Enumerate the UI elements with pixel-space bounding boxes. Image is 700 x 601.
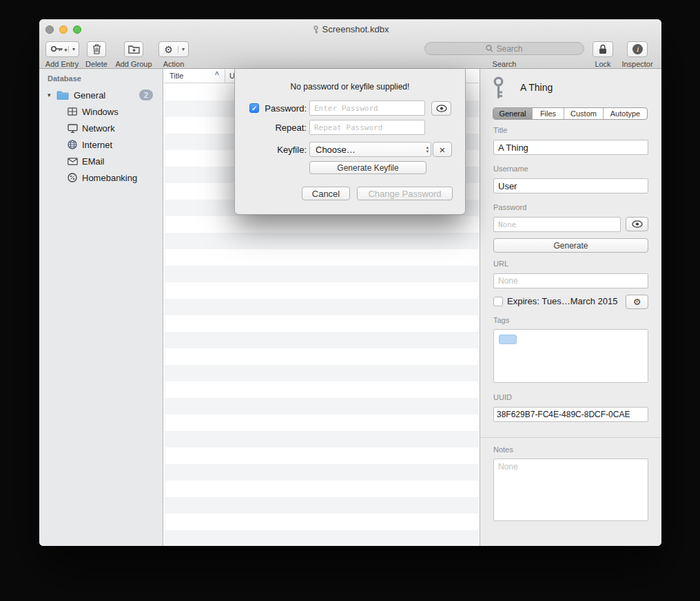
key-plus-icon: + [46,45,68,54]
url-field[interactable] [493,273,648,288]
username-field[interactable] [493,178,648,193]
column-divider[interactable] [225,69,225,83]
reveal-password-button[interactable] [626,217,648,231]
search-input[interactable]: Search [424,42,584,55]
password-field-label: Password [493,203,526,211]
envelope-icon [67,158,78,165]
delete-label: Delete [76,60,117,68]
title-field-label: Title [493,126,507,134]
expires-label: Expires: Tues…March 2015 [507,296,617,306]
tab-custom[interactable]: Custom [564,108,603,119]
tab-autotype[interactable]: Autotype [603,108,647,119]
info-icon: i [632,44,643,54]
key-icon [492,76,505,102]
lock-button[interactable] [593,41,613,57]
username-field-label: Username [493,165,528,173]
disclosure-triangle-icon[interactable]: ▾ [48,92,54,98]
tags-label: Tags [493,316,509,324]
close-icon: × [440,145,446,155]
dialog-message: No password or keyfile supplied! [235,82,465,92]
sidebar-item-email[interactable]: EMail [39,153,163,169]
sort-ascending-icon: ^ [215,71,219,78]
inspector-button[interactable]: i [627,41,648,57]
eye-icon [632,220,643,228]
sidebar-section-header: Database [48,74,81,83]
sidebar-item-label: Windows [82,107,119,117]
chevron-down-icon[interactable]: ▾ [178,46,188,52]
action-button[interactable]: ⚙ ▾ [158,41,189,57]
tab-files[interactable]: Files [532,108,564,119]
document-key-icon [312,25,320,34]
monitor-icon [67,124,78,133]
windows-icon [67,107,78,116]
dialog-reveal-password-button[interactable] [431,101,451,116]
sidebar-item-label: Internet [82,140,112,150]
divider [480,437,661,438]
expires-settings-button[interactable]: ⚙ [626,295,648,309]
dialog-keyfile-label: Keyfile: [260,145,307,155]
cancel-button[interactable]: Cancel [302,187,350,200]
dialog-password-label: Password: [260,103,307,114]
eye-icon [436,105,447,112]
uuid-label: UUID [493,393,512,401]
title-field[interactable] [493,140,648,155]
chevron-down-icon[interactable]: ▾ [68,46,79,52]
uuid-field[interactable] [493,407,648,422]
keyfile-dropdown-value: Choose… [316,145,356,155]
window-title: Screenshot.kdbx [39,24,661,34]
sidebar-item-label: EMail [82,156,105,167]
sidebar-item-network[interactable]: Network [39,120,163,136]
folder-plus-icon [128,45,140,54]
dialog-repeat-label: Repeat: [260,123,307,133]
search-placeholder: Search [496,44,522,54]
expires-checkbox[interactable] [493,297,503,306]
keyfile-dropdown[interactable]: Choose… ▴▾ [309,142,431,157]
clear-keyfile-button[interactable]: × [433,142,452,157]
sidebar: Database ▾ General 2 Windows Networ [39,69,163,546]
search-icon [486,45,493,52]
titlebar-toolbar: Screenshot.kdbx + ▾ Add Entry Delete Add… [39,19,661,69]
gear-icon: ⚙ [159,44,178,55]
column-header-title[interactable]: Title [169,72,183,80]
change-password-dialog: No password or keyfile supplied! ✓ Passw… [234,69,466,215]
password-checkbox[interactable]: ✓ [249,103,259,113]
inspector-label: Inspector [617,60,658,68]
app-window: Screenshot.kdbx + ▾ Add Entry Delete Add… [39,19,661,546]
sidebar-item-label: Homebanking [82,173,137,183]
dialog-repeat-input[interactable] [309,120,425,135]
sidebar-item-internet[interactable]: Internet [39,136,163,153]
coin-percent-icon [67,173,78,182]
window-title-text: Screenshot.kdbx [322,24,389,34]
sidebar-item-general[interactable]: ▾ General 2 [39,87,163,103]
stepper-icon: ▴▾ [426,145,429,154]
dialog-password-input[interactable] [309,101,425,116]
notes-label: Notes [493,445,513,454]
checkmark-icon: ✓ [251,105,257,112]
search-label: Search [484,60,525,68]
notes-field[interactable] [493,458,648,521]
generate-keyfile-button[interactable]: Generate Keyfile [309,161,426,174]
globe-icon [67,140,78,149]
inspector-panel: A Thing General Files Custom Autotype Ti… [480,69,661,546]
desktop: Screenshot.kdbx + ▾ Add Entry Delete Add… [0,0,700,601]
entry-title: A Thing [520,82,553,93]
folder-icon [56,90,69,100]
inspector-tabs: General Files Custom Autotype [493,107,648,120]
sidebar-item-windows[interactable]: Windows [39,103,163,120]
count-badge: 2 [139,89,153,101]
tags-box[interactable] [493,329,648,383]
sidebar-item-label: Network [82,123,115,134]
url-field-label: URL [493,260,508,268]
sidebar-item-label: General [74,90,105,101]
sidebar-item-homebanking[interactable]: Homebanking [39,169,163,186]
password-field[interactable] [493,217,621,232]
delete-button[interactable] [87,41,106,57]
add-group-label: Add Group [112,60,156,68]
change-password-button[interactable]: Change Password [357,187,453,200]
action-label: Action [153,60,194,68]
add-entry-button[interactable]: + ▾ [45,41,79,57]
tag-token[interactable] [499,335,517,344]
add-group-button[interactable] [124,41,143,57]
tab-general[interactable]: General [493,108,532,119]
generate-password-button[interactable]: Generate [493,238,648,253]
